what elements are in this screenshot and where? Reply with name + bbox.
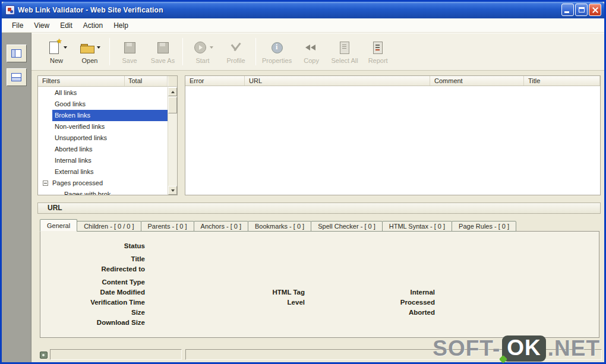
status-label: Status — [45, 241, 145, 251]
title-label: Title — [45, 254, 145, 264]
tab-bookmarks[interactable]: Bookmarks - [ 0 ] — [248, 221, 311, 232]
report-icon — [370, 40, 386, 55]
toolbar-separator — [109, 38, 110, 65]
select-all-icon — [337, 40, 352, 55]
watermark-ok-badge: OK — [502, 335, 546, 362]
select-all-button: Select All — [328, 38, 361, 65]
menu-edit[interactable]: Edit — [55, 20, 78, 31]
filters-header: Filters Total — [38, 76, 177, 87]
date-modified-label: Date Modified — [45, 287, 145, 297]
html-tag-label: HTML Tag — [216, 287, 305, 297]
menu-help[interactable]: Help — [108, 20, 134, 31]
main-area: Filters Total All links Good links Broke… — [31, 71, 604, 362]
tab-children[interactable]: Children - [ 0 / 0 ] — [77, 221, 141, 232]
filter-item-unsupported-links[interactable]: Unsupported links — [38, 132, 168, 144]
download-size-label: Download Size — [45, 318, 145, 328]
tab-page-rules[interactable]: Page Rules - [ 0 ] — [452, 221, 516, 232]
window-controls — [561, 4, 601, 16]
copy-button: Copy — [295, 38, 328, 65]
open-dropdown-icon[interactable] — [97, 46, 100, 49]
redirected-to-label: Redirected to — [45, 264, 145, 274]
save-as-button: Save As — [146, 38, 179, 65]
comment-column-header[interactable]: Comment — [430, 76, 524, 86]
menu-file[interactable]: File — [7, 20, 29, 31]
tab-html-syntax[interactable]: HTML Syntax - [ 0 ] — [382, 221, 452, 232]
status-panel-left — [50, 349, 182, 360]
open-button[interactable]: Open — [73, 38, 106, 65]
split-layout-icon — [11, 73, 21, 81]
filter-item-non-verified-links[interactable]: Non-verified links — [38, 121, 168, 132]
menu-action[interactable]: Action — [78, 20, 108, 31]
panel-layout-icon — [11, 49, 21, 58]
view-rail — [2, 33, 31, 362]
maximize-icon — [579, 7, 585, 12]
arrow-up-icon — [171, 91, 175, 93]
status-icon — [40, 352, 48, 359]
minimize-icon — [564, 11, 569, 13]
filters-column-header[interactable]: Filters — [38, 76, 125, 86]
arrow-down-icon — [171, 189, 175, 192]
general-detail-panel: Status Title Redirected to Content Type … — [40, 231, 599, 338]
header-corner — [168, 76, 177, 86]
titlebar: Web Link Validator - Web Site Verificati… — [2, 2, 604, 18]
tab-general[interactable]: General — [40, 219, 77, 232]
new-button[interactable]: New — [40, 38, 73, 65]
new-document-icon — [46, 40, 62, 55]
view-toggle-filters-button[interactable] — [7, 45, 27, 62]
menu-bar: File View Edit Action Help — [2, 18, 604, 33]
scroll-down-button[interactable] — [168, 186, 177, 195]
detail-labels-middle: HTML Tag Level — [216, 287, 305, 308]
collapse-icon[interactable] — [43, 181, 48, 186]
app-window: Web Link Validator - Web Site Verificati… — [0, 0, 606, 364]
soft-ok-watermark: SOFT- OK .NET — [433, 335, 600, 362]
scroll-up-button[interactable] — [168, 87, 177, 96]
filter-item-good-links[interactable]: Good links — [38, 99, 168, 110]
start-icon — [192, 40, 208, 55]
tab-anchors[interactable]: Anchors - [ 0 ] — [194, 221, 248, 232]
url-group-bar: URL — [37, 202, 601, 214]
report-button: Report — [361, 38, 394, 65]
view-toggle-details-button[interactable] — [7, 68, 27, 86]
profile-button: Profile — [219, 38, 252, 65]
level-label: Level — [216, 297, 305, 308]
filter-item-pages-processed[interactable]: Pages processed — [38, 178, 168, 189]
minimize-button[interactable] — [561, 4, 574, 16]
scrollbar-thumb[interactable] — [168, 97, 177, 113]
internal-label: Internal — [346, 287, 435, 297]
total-column-header[interactable]: Total — [125, 76, 168, 86]
detail-tabs: General Children - [ 0 / 0 ] Parents - [… — [40, 219, 516, 232]
filter-item-external-links[interactable]: External links — [38, 166, 168, 178]
watermark-suffix: .NET — [548, 336, 600, 361]
properties-icon — [269, 40, 285, 55]
processed-label: Processed — [346, 297, 435, 308]
filters-scrollbar[interactable] — [168, 87, 177, 195]
aborted-label: Aborted — [346, 308, 435, 318]
tab-spell-checker[interactable]: Spell Checker - [ 0 ] — [311, 221, 383, 232]
detail-labels-right: Internal Processed Aborted — [346, 287, 435, 318]
tab-parents[interactable]: Parents - [ 0 ] — [141, 221, 194, 232]
copy-icon — [304, 40, 319, 55]
results-header: Error URL Comment Title — [185, 76, 600, 86]
detail-labels-left: Status Title Redirected to Content Type … — [45, 241, 145, 328]
new-dropdown-icon[interactable] — [64, 46, 67, 49]
title-column-header[interactable]: Title — [524, 76, 600, 86]
verification-time-label: Verification Time — [45, 297, 145, 308]
save-as-icon — [155, 40, 171, 55]
close-button[interactable] — [589, 4, 601, 16]
window-body: Web Link Validator - Web Site Verificati… — [2, 2, 604, 362]
error-column-header[interactable]: Error — [185, 76, 245, 86]
maximize-button[interactable] — [575, 4, 588, 16]
filter-item-all-links[interactable]: All links — [38, 87, 168, 99]
filter-item-internal-links[interactable]: Internal links — [38, 155, 168, 166]
filter-item-pages-with-broken[interactable]: Pages with brok — [38, 189, 168, 195]
url-column-header[interactable]: URL — [245, 76, 430, 86]
results-panel: Error URL Comment Title — [185, 75, 601, 195]
filters-list: All links Good links Broken links Non-ve… — [38, 87, 168, 195]
properties-button: Properties — [259, 38, 295, 65]
menu-view[interactable]: View — [29, 20, 55, 31]
filter-item-aborted-links[interactable]: Aborted links — [38, 144, 168, 155]
toolbar: New Open Save Save As Start Pro — [31, 33, 604, 71]
save-button: Save — [113, 38, 146, 65]
open-folder-icon — [80, 40, 95, 55]
filter-item-broken-links[interactable]: Broken links — [52, 110, 168, 121]
